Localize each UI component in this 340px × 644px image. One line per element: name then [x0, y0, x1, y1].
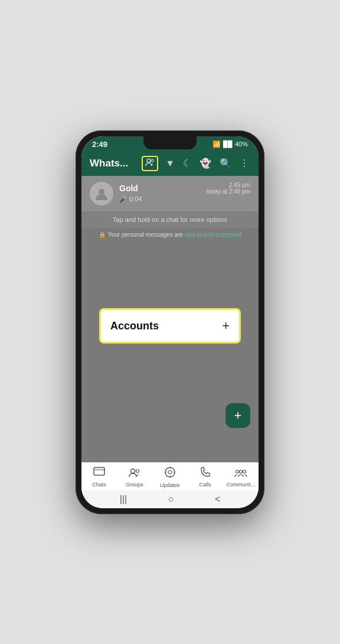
notch [143, 136, 197, 149]
nav-item-community[interactable]: Communit... [227, 467, 256, 488]
wifi-icon: 📶 [212, 140, 221, 148]
svg-point-8 [168, 470, 172, 474]
nav-item-chats[interactable]: Chats [85, 467, 113, 488]
status-icons: 📶 ▉▉ 40% [212, 140, 248, 148]
svg-point-2 [99, 189, 104, 195]
more-icon[interactable]: ⋮ [238, 156, 250, 170]
back-button[interactable]: < [215, 494, 220, 505]
accounts-plus-button[interactable]: + [222, 318, 230, 334]
svg-point-0 [147, 159, 151, 162]
groups-label: Groups [126, 482, 143, 488]
chat-info: Gold 2:45 pm today at 2:46 pm 🎤 0:04 [119, 182, 250, 203]
community-label: Communit... [227, 482, 256, 488]
app-title: Whats... [90, 158, 136, 169]
chat-area: Gold 2:45 pm today at 2:46 pm 🎤 0:04 Tap… [81, 176, 259, 462]
app-header: Whats... ▼ ☾ 👻 🔍 ⋮ [81, 151, 259, 176]
svg-point-7 [165, 468, 175, 477]
chat-name: Gold [119, 184, 138, 193]
battery-icon: 40% [235, 140, 248, 148]
groups-icon [128, 467, 141, 480]
nav-item-updates[interactable]: Updates [156, 466, 184, 488]
encrypted-link[interactable]: end-to-end encrypted [185, 231, 241, 238]
chat-subtitle: today at 2:46 pm [207, 188, 251, 195]
accounts-label: Accounts [110, 320, 159, 332]
signal-icon: ▉▉ [223, 140, 233, 148]
mic-icon: 🎤 [119, 195, 128, 203]
home-bar: ||| ○ < [81, 491, 259, 508]
nav-item-groups[interactable]: Groups [120, 467, 149, 488]
home-button[interactable]: ○ [168, 494, 174, 505]
svg-point-5 [130, 469, 135, 473]
chat-preview: 🎤 0:04 [119, 195, 250, 203]
calls-label: Calls [200, 482, 211, 488]
phone-frame: 2:49 📶 ▉▉ 40% Whats... ▼ ☾ 👻 🔍 [76, 130, 264, 514]
encrypted-text: Your personal messages are [108, 231, 183, 238]
svg-point-15 [243, 470, 246, 473]
chat-name-row: Gold 2:45 pm today at 2:46 pm [119, 182, 250, 195]
nav-item-calls[interactable]: Calls [191, 467, 220, 488]
chats-label: Chats [92, 482, 106, 488]
multi-account-icon[interactable] [142, 156, 158, 171]
search-icon[interactable]: 🔍 [218, 156, 233, 170]
menu-button[interactable]: ||| [120, 494, 127, 505]
svg-point-1 [151, 159, 153, 161]
hint-text: Tap and hold on a chat for more options [81, 211, 259, 228]
fab-icon: + [234, 408, 242, 423]
chat-time: 2:45 pm [207, 182, 251, 188]
phone-screen: 2:49 📶 ▉▉ 40% Whats... ▼ ☾ 👻 🔍 [81, 136, 259, 508]
updates-label: Updates [160, 482, 180, 488]
svg-rect-3 [94, 468, 104, 475]
status-time: 2:49 [92, 140, 107, 149]
svg-point-13 [236, 470, 238, 473]
accounts-popup[interactable]: Accounts + [99, 308, 241, 344]
preview-duration: 0:04 [129, 195, 142, 202]
community-icon [234, 467, 247, 480]
encrypted-notice: 🔒 Your personal messages are end-to-end … [81, 228, 259, 241]
calls-icon [200, 467, 211, 480]
chat-item[interactable]: Gold 2:45 pm today at 2:46 pm 🎤 0:04 [81, 176, 259, 211]
updates-icon [164, 466, 176, 481]
fab-button[interactable]: + [225, 403, 250, 428]
moon-icon[interactable]: ☾ [182, 156, 192, 170]
ghost-icon[interactable]: 👻 [198, 156, 212, 170]
wifi-header-icon[interactable]: ▼ [164, 157, 176, 170]
svg-point-6 [136, 469, 139, 472]
lock-icon: 🔒 [99, 231, 106, 238]
chats-icon [93, 467, 105, 480]
bottom-nav: Chats Groups [81, 462, 259, 491]
svg-point-14 [239, 470, 242, 473]
avatar [90, 182, 113, 205]
